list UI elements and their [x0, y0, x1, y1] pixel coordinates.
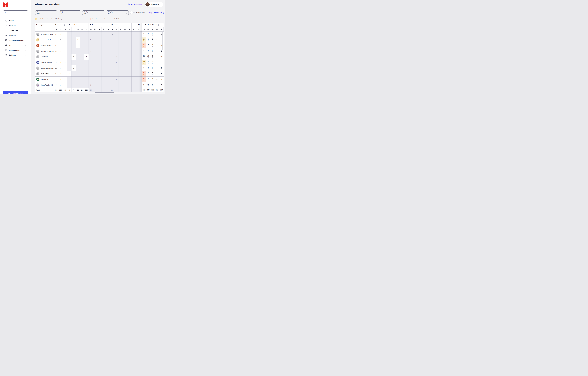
employee-cell[interactable]: Lara Croft: [35, 54, 54, 60]
november-cell: [123, 65, 127, 71]
available-used-cell: 10 0: [146, 31, 150, 37]
calendar-lock-icon: [85, 27, 89, 31]
month-cell: [136, 65, 140, 71]
dropdown-arrow-icon: [102, 13, 103, 13]
available-used-cell: 5 1: [142, 48, 146, 54]
employee-cell[interactable]: Rami Malek: [35, 71, 54, 76]
carryover-cell: 5: [63, 82, 67, 88]
screen-off-icon: [93, 27, 97, 31]
employee-cell[interactable]: Helena Bonham C…: [35, 48, 54, 54]
available-used-cell: 7: [155, 37, 159, 43]
ask-pm-agent-button[interactable]: Ask PM Agent: [3, 91, 28, 94]
sidebar-item-management[interactable]: Management: [0, 48, 31, 52]
carryover-column-header: Carryover: [55, 24, 63, 26]
info-icon[interactable]: [158, 24, 160, 26]
october-cell: [101, 31, 106, 37]
hiring-type-filter[interactable]: Hiring type All: [106, 10, 129, 15]
vertical-scrollbar[interactable]: [162, 31, 163, 50]
employee-cell[interactable]: VUValentin Umaev: [35, 60, 54, 65]
search-input[interactable]: [4, 12, 25, 14]
november-cell: [123, 54, 127, 60]
october-cell: [89, 71, 93, 76]
screen-off-icon: [116, 28, 117, 30]
employee-cell[interactable]: Aleksandra Black: [35, 31, 54, 37]
legend: Available vacation balance 20-30 days Av…: [35, 18, 121, 20]
hide-finances-label: Hide finances: [131, 3, 142, 5]
october-cell: [97, 37, 101, 43]
export-to-excel-button[interactable]: Export to Excel: [149, 12, 165, 14]
month-header-partial: M: [138, 24, 139, 26]
hiring-type-filter-value: All: [108, 13, 127, 14]
home: [5, 19, 8, 22]
sidebar-item-home[interactable]: Home: [0, 18, 31, 23]
month-header-november: November: [111, 24, 119, 26]
october-cell: [97, 82, 101, 88]
used-value: 1: [143, 34, 144, 36]
total-label-cell: Total: [35, 88, 54, 92]
october-cell: [101, 82, 106, 88]
carryover-cell: 12: [54, 71, 58, 76]
vacation-plane-icon: [143, 28, 145, 30]
available-value: 999: [156, 88, 158, 90]
available-used-row: 5 1 10 0 0 5 2: [142, 65, 164, 71]
carryover-cell: 10: [58, 65, 63, 71]
september-cell: 560: [85, 88, 89, 92]
sick-pill-icon: [63, 27, 67, 31]
employee-cell[interactable]: RVRobin Volk: [35, 77, 54, 82]
company-logo-icon[interactable]: [3, 2, 8, 8]
employee-cell[interactable]: KSSalsa Paprikovich: [35, 82, 54, 88]
user-menu[interactable]: Anastasia: [145, 2, 163, 7]
used-value: 4: [152, 74, 153, 75]
available-used-cell: 999 999: [159, 88, 164, 92]
october-cell: [106, 88, 110, 92]
sidebar-item-my-work[interactable]: My work: [0, 23, 31, 28]
november-cell: [119, 88, 123, 92]
used-value: 4: [148, 63, 149, 64]
employee-filter[interactable]: Employee All: [82, 10, 105, 15]
sidebar-item-settings[interactable]: Settings: [0, 52, 31, 57]
september-cell: [67, 65, 72, 71]
available-value: 999: [151, 88, 154, 90]
employee-cell[interactable]: AMAleksandr Malove…: [35, 37, 54, 43]
horizontal-scrollbar[interactable]: [95, 93, 114, 93]
project-filter[interactable]: Project All: [59, 10, 81, 15]
sidebar-item-company-activites[interactable]: Company activites: [0, 38, 31, 43]
november-cell: [110, 48, 114, 54]
september-cell: [85, 48, 89, 54]
legend-item-20-30: Available vacation balance 20-30 days: [35, 18, 63, 20]
month-cell: [131, 31, 136, 37]
october-cell: [101, 77, 106, 82]
smiley: [5, 44, 8, 46]
sidebar-nav: Home My work Colleagues Projects Company…: [0, 18, 31, 57]
info-icon[interactable]: [64, 24, 65, 26]
sidebar-item-hr[interactable]: HR: [0, 43, 31, 48]
person-photo: [37, 56, 39, 58]
employee-cell[interactable]: Oleg Ryabinnikov…: [35, 65, 54, 71]
dropdown-arrow-icon: [54, 13, 56, 13]
person-photo: [37, 73, 39, 75]
available-used-cell: 6 4: [146, 60, 150, 65]
avatar: [36, 66, 39, 70]
dropdown-arrow-icon: [126, 13, 127, 13]
show-inactive-toggle[interactable]: Show inactive: [131, 12, 145, 13]
year-filter[interactable]: Year 2025: [35, 10, 57, 15]
used-value: 7: [148, 74, 149, 75]
september-cell: [72, 82, 76, 88]
hide-finances-button[interactable]: Hide finances: [128, 3, 142, 6]
october-cell: [101, 71, 106, 76]
vacation-plane-icon: [111, 28, 113, 30]
available-used-row: 31 0 3 7 1 4 3 5: [142, 77, 164, 82]
available-value: 1: [152, 72, 153, 74]
sidebar-item-colleagues[interactable]: Colleagues: [0, 28, 31, 33]
sick-pill-icon: [97, 27, 101, 31]
sidebar-item-projects[interactable]: Projects: [0, 33, 31, 38]
download-icon: [163, 12, 165, 14]
available-used-cell: 10 0: [146, 65, 150, 71]
september-cell: 1: [76, 43, 80, 48]
employee-cell[interactable]: AFAlevtina Flame: [35, 43, 54, 48]
available-used-cell: 3: [155, 77, 159, 82]
available-value: 20: [143, 38, 145, 40]
avatar: [36, 72, 39, 75]
november-cell: 1: [110, 54, 114, 60]
october-cell: [93, 60, 97, 65]
